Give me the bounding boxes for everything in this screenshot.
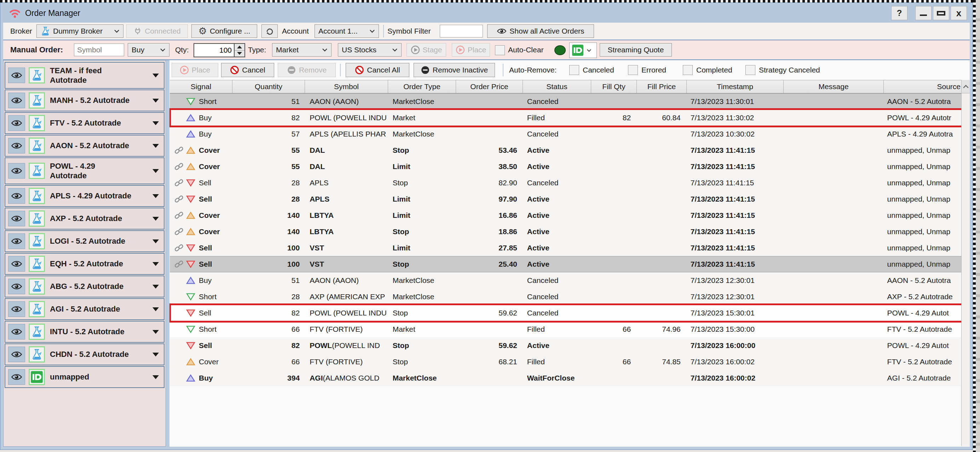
- sidebar-item[interactable]: MANH - 5.2 Autotrade: [5, 89, 164, 111]
- table-row[interactable]: Sell100VSTLimit27.85Active7/13/2023 11:4…: [170, 240, 970, 256]
- scroll-up-button[interactable]: [962, 80, 970, 93]
- td-account-dropdown[interactable]: [569, 43, 597, 58]
- table-row[interactable]: Sell28APLSStop82.90Canceled7/13/2023 11:…: [170, 175, 970, 191]
- auto-remove-checkbox-canceled[interactable]: [569, 65, 579, 75]
- eye-toggle-button[interactable]: [8, 234, 25, 249]
- strategy-flask-icon[interactable]: [29, 92, 45, 108]
- minimize-button[interactable]: [915, 6, 932, 20]
- strategy-flask-icon[interactable]: [29, 256, 45, 272]
- auto-remove-checkbox-errored[interactable]: [628, 65, 638, 75]
- table-row[interactable]: Sell100VSTStop25.40Active7/13/2023 11:41…: [170, 256, 970, 272]
- caret-down-icon[interactable]: [153, 330, 159, 334]
- remove-order-button[interactable]: Remove: [278, 63, 336, 77]
- strategy-flask-icon[interactable]: [29, 346, 45, 363]
- strategy-flask-icon[interactable]: [29, 163, 45, 179]
- table-row[interactable]: Cover140LBTYALimit16.86Active7/13/2023 1…: [170, 207, 970, 223]
- column-header-order-price[interactable]: Order Price: [456, 80, 523, 93]
- sidebar-item[interactable]: AGI - 5.2 Autotrade: [5, 298, 164, 320]
- title-bar[interactable]: Order Manager ? x: [1, 3, 972, 22]
- vertical-scrollbar[interactable]: [961, 80, 970, 446]
- eye-toggle-button[interactable]: [8, 138, 25, 153]
- strategy-flask-icon[interactable]: [29, 67, 45, 83]
- strategy-flask-icon[interactable]: [29, 279, 45, 294]
- spin-down-icon[interactable]: [235, 51, 245, 57]
- caret-down-icon[interactable]: [153, 73, 159, 78]
- table-row[interactable]: Cover55DALStop53.46Active7/13/2023 11:41…: [170, 142, 970, 158]
- sidebar-item[interactable]: AAON - 5.2 Autotrade: [5, 135, 164, 157]
- connected-button[interactable]: Connected: [126, 24, 188, 38]
- eye-toggle-button[interactable]: [8, 279, 25, 294]
- eye-toggle-button[interactable]: [8, 68, 25, 83]
- sidebar-item[interactable]: APLS - 4.29 Autotrade: [5, 185, 164, 207]
- remove-inactive-button[interactable]: Remove Inactive: [414, 63, 495, 77]
- strategy-flask-icon[interactable]: [29, 324, 45, 340]
- manual-symbol-input[interactable]: [74, 43, 124, 56]
- auto-clear-checkbox[interactable]: [495, 45, 505, 55]
- configure-button[interactable]: ⚙ Configure ...: [191, 24, 257, 38]
- sidebar-item[interactable]: TEAM - if feed Autotrade: [5, 62, 164, 89]
- strategy-flask-icon[interactable]: [29, 138, 45, 154]
- cancel-all-button[interactable]: Cancel All: [346, 63, 409, 77]
- caret-down-icon[interactable]: [153, 285, 159, 289]
- place-order-button[interactable]: Place: [172, 63, 218, 77]
- eye-toggle-button[interactable]: [8, 211, 25, 226]
- eye-toggle-button[interactable]: [8, 163, 25, 178]
- caret-down-icon[interactable]: [153, 99, 159, 103]
- account-dropdown[interactable]: Account 1...: [315, 24, 379, 38]
- quantity-stepper[interactable]: [194, 43, 245, 57]
- side-dropdown[interactable]: Buy: [128, 43, 169, 57]
- caret-down-icon[interactable]: [153, 169, 159, 173]
- strategy-flask-icon[interactable]: [29, 210, 45, 227]
- table-row[interactable]: Buy57APLS (APELLIS PHARMarketCloseCancel…: [170, 126, 970, 142]
- strategy-flask-icon[interactable]: [29, 233, 45, 249]
- eye-toggle-button[interactable]: [8, 188, 25, 204]
- symbol-filter-input[interactable]: [440, 25, 483, 38]
- table-row[interactable]: Short66FTV (FORTIVE)MarketFilled6674.967…: [170, 321, 970, 337]
- broker-dropdown[interactable]: Dummy Broker: [37, 24, 124, 38]
- caret-down-icon[interactable]: [153, 375, 159, 379]
- column-header-timestamp[interactable]: Timestamp: [687, 80, 784, 93]
- table-row[interactable]: Cover66FTV (FORTIVE)Stop68.21Filled6674.…: [170, 354, 970, 370]
- table-row[interactable]: Sell82POWL (POWELL INDUStop59.62Canceled…: [170, 305, 970, 321]
- table-row[interactable]: Cover55DALLimit38.50Active7/13/2023 11:4…: [170, 158, 970, 175]
- sidebar-item[interactable]: unmapped: [5, 366, 164, 388]
- column-header-quantity[interactable]: Quantity: [232, 80, 305, 93]
- sidebar-item[interactable]: AXP - 5.2 Autotrade: [5, 208, 164, 229]
- eye-toggle-button[interactable]: [8, 93, 25, 108]
- column-header-symbol[interactable]: Symbol: [305, 80, 388, 93]
- market-dropdown[interactable]: US Stocks: [338, 43, 402, 57]
- maximize-button[interactable]: [933, 6, 949, 20]
- table-row[interactable]: Cover140LBTYAStop18.86Active7/13/2023 11…: [170, 223, 970, 240]
- place-manual-button[interactable]: Place: [452, 43, 490, 57]
- table-row[interactable]: Short51AAON (AAON)MarketCloseCanceled7/1…: [170, 93, 970, 110]
- eye-toggle-button[interactable]: [8, 369, 25, 385]
- quantity-spin-buttons[interactable]: [234, 44, 245, 57]
- eye-toggle-button[interactable]: [8, 115, 25, 131]
- column-header-source[interactable]: Source: [884, 80, 970, 93]
- strategy-flask-icon[interactable]: [29, 301, 45, 317]
- column-header-signal[interactable]: Signal: [170, 80, 232, 93]
- caret-down-icon[interactable]: [153, 239, 159, 244]
- column-header-status[interactable]: Status: [523, 80, 591, 93]
- caret-down-icon[interactable]: [153, 307, 159, 311]
- table-row[interactable]: Sell28APLSLimit97.90Active7/13/2023 11:4…: [170, 191, 970, 207]
- strategy-flask-icon[interactable]: [29, 188, 45, 204]
- caret-down-icon[interactable]: [153, 144, 159, 148]
- help-button[interactable]: ?: [891, 6, 907, 20]
- eye-toggle-button[interactable]: [8, 347, 25, 362]
- sidebar-item[interactable]: FTV - 5.2 Autotrade: [5, 112, 164, 134]
- table-row[interactable]: Buy394AGI (ALAMOS GOLDMarketCloseWaitFor…: [170, 370, 970, 386]
- sidebar-item[interactable]: EQH - 5.2 Autotrade: [5, 253, 164, 275]
- strategy-flask-icon[interactable]: [29, 115, 45, 131]
- stage-button[interactable]: Stage: [407, 43, 446, 57]
- eye-toggle-button[interactable]: [8, 256, 25, 272]
- sidebar-item[interactable]: INTU - 5.2 Autotrade: [5, 321, 164, 343]
- column-header-fill-price[interactable]: Fill Price: [637, 80, 687, 93]
- eye-toggle-button[interactable]: [8, 324, 25, 339]
- cancel-order-button[interactable]: Cancel: [221, 63, 274, 77]
- td-logo-icon[interactable]: [29, 369, 45, 385]
- column-header-order-type[interactable]: Order Type: [388, 80, 456, 93]
- spin-up-icon[interactable]: [235, 44, 245, 51]
- close-button[interactable]: x: [951, 6, 967, 20]
- auto-remove-checkbox-strategy-canceled[interactable]: [745, 65, 755, 75]
